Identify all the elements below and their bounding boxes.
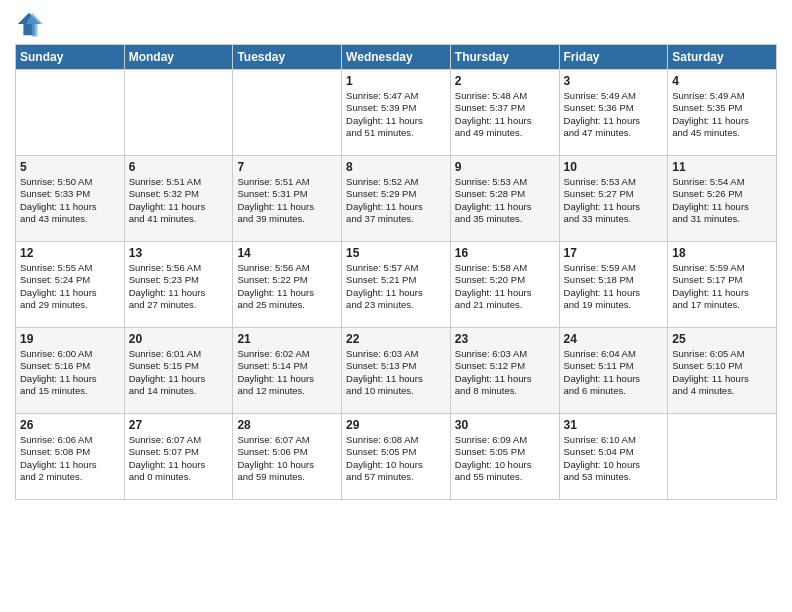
sun-info: Sunrise: 5:59 AM [672,262,772,274]
sun-info: Sunset: 5:29 PM [346,188,446,200]
calendar-cell: 9Sunrise: 5:53 AMSunset: 5:28 PMDaylight… [450,156,559,242]
calendar-cell: 26Sunrise: 6:06 AMSunset: 5:08 PMDayligh… [16,414,125,500]
sun-info: Sunset: 5:14 PM [237,360,337,372]
daylight-hours: Daylight: 11 hours [129,459,229,471]
calendar-cell: 22Sunrise: 6:03 AMSunset: 5:13 PMDayligh… [342,328,451,414]
calendar-cell: 8Sunrise: 5:52 AMSunset: 5:29 PMDaylight… [342,156,451,242]
calendar-cell: 10Sunrise: 5:53 AMSunset: 5:27 PMDayligh… [559,156,668,242]
day-number: 10 [564,160,664,174]
sun-info: Sunrise: 5:59 AM [564,262,664,274]
calendar-cell: 19Sunrise: 6:00 AMSunset: 5:16 PMDayligh… [16,328,125,414]
day-number: 5 [20,160,120,174]
weekday-friday: Friday [559,45,668,70]
calendar-cell [233,70,342,156]
daylight-hours: Daylight: 10 hours [564,459,664,471]
sun-info: and 37 minutes. [346,213,446,225]
sun-info: Sunrise: 6:09 AM [455,434,555,446]
daylight-hours: Daylight: 11 hours [129,373,229,385]
sun-info: and 51 minutes. [346,127,446,139]
day-number: 28 [237,418,337,432]
day-number: 23 [455,332,555,346]
daylight-hours: Daylight: 11 hours [346,115,446,127]
day-number: 17 [564,246,664,260]
daylight-hours: Daylight: 11 hours [346,287,446,299]
day-number: 30 [455,418,555,432]
sun-info: and 21 minutes. [455,299,555,311]
sun-info: and 43 minutes. [20,213,120,225]
sun-info: Sunrise: 6:07 AM [237,434,337,446]
day-number: 2 [455,74,555,88]
sun-info: Sunrise: 6:08 AM [346,434,446,446]
calendar-cell: 31Sunrise: 6:10 AMSunset: 5:04 PMDayligh… [559,414,668,500]
daylight-hours: Daylight: 11 hours [672,287,772,299]
day-number: 13 [129,246,229,260]
calendar-cell: 25Sunrise: 6:05 AMSunset: 5:10 PMDayligh… [668,328,777,414]
week-row-5: 26Sunrise: 6:06 AMSunset: 5:08 PMDayligh… [16,414,777,500]
calendar-cell [124,70,233,156]
logo-icon [15,10,43,38]
daylight-hours: Daylight: 11 hours [20,287,120,299]
daylight-hours: Daylight: 11 hours [237,373,337,385]
day-number: 6 [129,160,229,174]
sun-info: Sunset: 5:35 PM [672,102,772,114]
day-number: 20 [129,332,229,346]
sun-info: and 25 minutes. [237,299,337,311]
sun-info: Sunrise: 5:49 AM [672,90,772,102]
calendar-cell: 16Sunrise: 5:58 AMSunset: 5:20 PMDayligh… [450,242,559,328]
sun-info: Sunrise: 6:05 AM [672,348,772,360]
sun-info: Sunrise: 5:51 AM [129,176,229,188]
sun-info: Sunrise: 6:04 AM [564,348,664,360]
sun-info: Sunset: 5:16 PM [20,360,120,372]
sun-info: and 2 minutes. [20,471,120,483]
day-number: 8 [346,160,446,174]
day-number: 11 [672,160,772,174]
sun-info: and 35 minutes. [455,213,555,225]
sun-info: Sunset: 5:24 PM [20,274,120,286]
daylight-hours: Daylight: 11 hours [564,115,664,127]
daylight-hours: Daylight: 11 hours [346,201,446,213]
daylight-hours: Daylight: 10 hours [346,459,446,471]
sun-info: Sunset: 5:26 PM [672,188,772,200]
daylight-hours: Daylight: 11 hours [20,373,120,385]
calendar-cell [668,414,777,500]
sun-info: Sunset: 5:32 PM [129,188,229,200]
sun-info: and 23 minutes. [346,299,446,311]
day-number: 26 [20,418,120,432]
daylight-hours: Daylight: 11 hours [564,373,664,385]
day-number: 3 [564,74,664,88]
sun-info: and 12 minutes. [237,385,337,397]
sun-info: Sunrise: 5:56 AM [237,262,337,274]
daylight-hours: Daylight: 11 hours [129,201,229,213]
daylight-hours: Daylight: 11 hours [20,459,120,471]
day-number: 14 [237,246,337,260]
weekday-saturday: Saturday [668,45,777,70]
sun-info: and 4 minutes. [672,385,772,397]
sun-info: and 14 minutes. [129,385,229,397]
logo [15,10,47,38]
sun-info: Sunset: 5:36 PM [564,102,664,114]
calendar-cell: 4Sunrise: 5:49 AMSunset: 5:35 PMDaylight… [668,70,777,156]
calendar-cell: 14Sunrise: 5:56 AMSunset: 5:22 PMDayligh… [233,242,342,328]
calendar-cell: 18Sunrise: 5:59 AMSunset: 5:17 PMDayligh… [668,242,777,328]
day-number: 25 [672,332,772,346]
sun-info: Sunrise: 5:51 AM [237,176,337,188]
weekday-monday: Monday [124,45,233,70]
sun-info: and 0 minutes. [129,471,229,483]
calendar-cell [16,70,125,156]
sun-info: Sunrise: 5:47 AM [346,90,446,102]
sun-info: and 31 minutes. [672,213,772,225]
sun-info: Sunrise: 6:03 AM [346,348,446,360]
weekday-sunday: Sunday [16,45,125,70]
week-row-2: 5Sunrise: 5:50 AMSunset: 5:33 PMDaylight… [16,156,777,242]
sun-info: Sunrise: 5:53 AM [455,176,555,188]
calendar-cell: 29Sunrise: 6:08 AMSunset: 5:05 PMDayligh… [342,414,451,500]
sun-info: Sunset: 5:27 PM [564,188,664,200]
calendar-cell: 15Sunrise: 5:57 AMSunset: 5:21 PMDayligh… [342,242,451,328]
sun-info: and 59 minutes. [237,471,337,483]
sun-info: Sunrise: 5:54 AM [672,176,772,188]
sun-info: and 57 minutes. [346,471,446,483]
sun-info: and 33 minutes. [564,213,664,225]
sun-info: Sunset: 5:39 PM [346,102,446,114]
sun-info: Sunrise: 6:06 AM [20,434,120,446]
calendar-cell: 2Sunrise: 5:48 AMSunset: 5:37 PMDaylight… [450,70,559,156]
